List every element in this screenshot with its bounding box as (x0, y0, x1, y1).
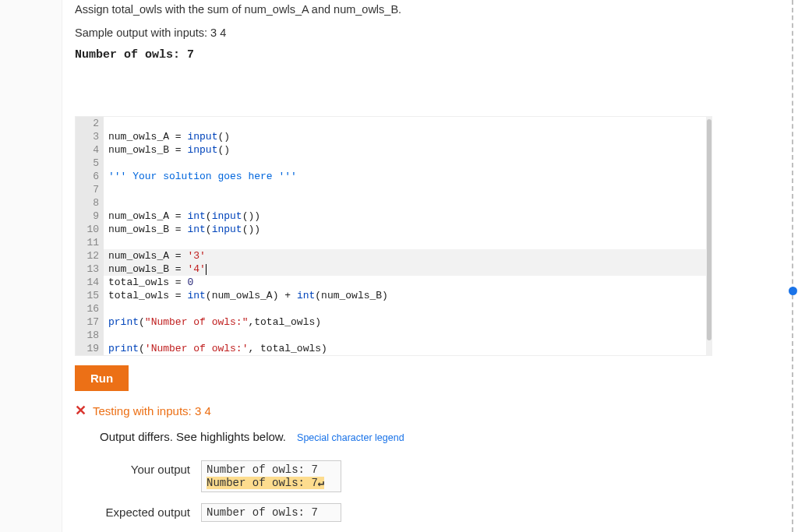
line-number: 17 (76, 315, 104, 329)
run-button[interactable]: Run (75, 365, 129, 391)
code-line[interactable]: 5 (76, 157, 711, 170)
line-number: 12 (76, 249, 104, 262)
code-line[interactable]: 2 (76, 117, 711, 130)
sample-output-value: Number of owls: 7 (75, 48, 712, 62)
line-number: 18 (76, 329, 104, 342)
code-content[interactable] (104, 302, 108, 315)
code-content[interactable]: num_owls_A = '3' (104, 249, 206, 262)
code-line[interactable]: 17print("Number of owls:",total_owls) (76, 315, 711, 329)
code-line[interactable]: 6''' Your solution goes here ''' (76, 170, 711, 183)
expected-output-box: Number of owls: 7 (201, 503, 341, 522)
diff-section: Output differs. See highlights below. Sp… (75, 430, 712, 522)
line-number: 9 (76, 210, 104, 223)
code-line[interactable]: 14total_owls = 0 (76, 276, 711, 289)
text-cursor (206, 264, 207, 275)
code-content[interactable]: num_owls_B = int(input()) (104, 223, 260, 236)
progress-rail (792, 0, 793, 532)
sample-output-label: Sample output with inputs: 3 4 (75, 26, 712, 39)
code-content[interactable]: total_owls = int(num_owls_A) + int(num_o… (104, 289, 388, 302)
code-content[interactable]: num_owls_A = int(input()) (104, 210, 260, 223)
line-number: 2 (76, 117, 104, 130)
your-output-line-1: Number of owls: 7 (207, 463, 336, 476)
line-number: 14 (76, 276, 104, 289)
editor-scrollbar[interactable] (706, 116, 712, 356)
line-number: 19 (76, 342, 104, 355)
code-line[interactable]: 11 (76, 236, 711, 249)
code-content[interactable]: num_owls_B = '4' (104, 262, 207, 276)
code-content[interactable]: num_owls_B = input() (104, 143, 230, 157)
line-number: 13 (76, 262, 104, 276)
code-line[interactable]: 3num_owls_A = input() (76, 130, 711, 143)
code-line[interactable]: 18 (76, 329, 711, 342)
line-number: 4 (76, 143, 104, 157)
code-content[interactable]: print('Number of owls:', total_owls) (104, 342, 327, 355)
expected-output-row: Expected output Number of owls: 7 (100, 503, 712, 522)
code-line[interactable]: 4num_owls_B = input() (76, 143, 711, 157)
line-number: 6 (76, 170, 104, 183)
code-line[interactable]: 12num_owls_A = '3' (76, 249, 711, 262)
test-result: ✕ Testing with inputs: 3 4 Output differ… (75, 403, 712, 522)
line-number: 7 (76, 183, 104, 196)
code-line[interactable]: 16 (76, 302, 711, 315)
code-content[interactable] (104, 117, 108, 130)
code-content[interactable] (104, 183, 108, 196)
your-output-row: Your output Number of owls: 7 Number of … (100, 460, 712, 492)
main-content: Assign total_owls with the sum of num_ow… (62, 0, 770, 532)
code-line[interactable]: 13num_owls_B = '4' (76, 262, 711, 276)
your-output-label: Your output (100, 460, 201, 476)
code-content[interactable]: total_owls = 0 (104, 276, 193, 289)
line-number: 16 (76, 302, 104, 315)
progress-rail-wrap (770, 0, 798, 532)
code-content[interactable]: num_owls_A = input() (104, 130, 230, 143)
return-glyph-icon: ↵ (318, 477, 324, 489)
code-content[interactable]: print("Number of owls:",total_owls) (104, 315, 321, 329)
test-header-text: Testing with inputs: 3 4 (93, 404, 211, 417)
code-line[interactable]: 9num_owls_A = int(input()) (76, 210, 711, 223)
code-line[interactable]: 7 (76, 183, 711, 196)
your-output-box: Number of owls: 7 Number of owls: 7↵ (201, 460, 341, 492)
code-content[interactable]: ''' Your solution goes here ''' (104, 170, 297, 183)
line-number: 8 (76, 196, 104, 210)
code-content[interactable] (104, 157, 108, 170)
code-editor[interactable]: 23num_owls_A = input()4num_owls_B = inpu… (75, 116, 712, 356)
line-number: 5 (76, 157, 104, 170)
your-output-line-2: Number of owls: 7 (207, 477, 318, 489)
fail-icon: ✕ (75, 403, 87, 417)
editor-scrollbar-thumb[interactable] (707, 119, 711, 340)
special-char-legend-link[interactable]: Special character legend (297, 432, 404, 443)
problem-prompt: Assign total_owls with the sum of num_ow… (75, 3, 712, 16)
left-gutter (0, 0, 62, 532)
code-content[interactable] (104, 329, 108, 342)
expected-output-label: Expected output (100, 503, 201, 519)
progress-rail-marker[interactable] (789, 287, 797, 295)
code-content[interactable] (104, 236, 108, 249)
line-number: 10 (76, 223, 104, 236)
line-number: 15 (76, 289, 104, 302)
code-line[interactable]: 19print('Number of owls:', total_owls) (76, 342, 711, 355)
code-editor-container: 23num_owls_A = input()4num_owls_B = inpu… (75, 116, 712, 356)
test-result-header: ✕ Testing with inputs: 3 4 (75, 403, 712, 417)
code-line[interactable]: 10num_owls_B = int(input()) (76, 223, 711, 236)
diff-message: Output differs. See highlights below. (100, 430, 286, 443)
line-number: 3 (76, 130, 104, 143)
line-number: 11 (76, 236, 104, 249)
code-line[interactable]: 8 (76, 196, 711, 210)
code-line[interactable]: 15total_owls = int(num_owls_A) + int(num… (76, 289, 711, 302)
expected-output-line: Number of owls: 7 (207, 506, 336, 519)
code-content[interactable] (104, 196, 108, 210)
